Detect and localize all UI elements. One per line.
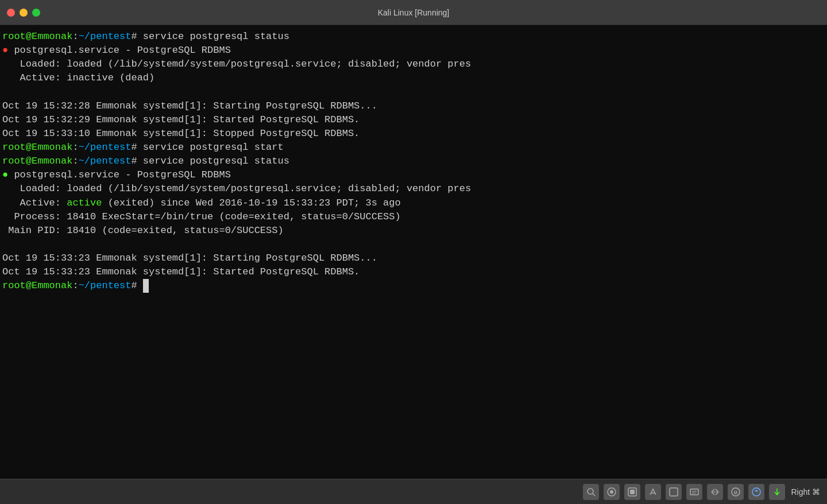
prompt-path: ~/pentest xyxy=(79,280,132,291)
svg-point-0 xyxy=(588,489,593,494)
minimize-button[interactable] xyxy=(20,9,28,17)
statusbar-icon-10[interactable] xyxy=(769,484,785,500)
svg-line-1 xyxy=(593,494,595,496)
terminal-line: ● postgresql.service - PostgreSQL RDBMS xyxy=(2,168,825,182)
svg-rect-8 xyxy=(690,489,698,495)
terminal-line: Oct 19 15:33:10 Emmonak systemd[1]: Stop… xyxy=(2,127,825,141)
statusbar-icon-3[interactable] xyxy=(624,484,640,500)
svg-text:U: U xyxy=(735,490,737,496)
window-controls xyxy=(7,9,40,17)
statusbar-icon-9[interactable] xyxy=(748,484,764,500)
prompt-path: ~/pentest xyxy=(79,142,132,153)
status-dot-active: ● xyxy=(2,169,8,180)
svg-point-3 xyxy=(610,490,613,494)
terminal-line: Loaded: loaded (/lib/systemd/system/post… xyxy=(2,182,825,196)
close-button[interactable] xyxy=(7,9,15,17)
terminal-line: Loaded: loaded (/lib/systemd/system/post… xyxy=(2,57,825,71)
terminal-line xyxy=(2,86,825,99)
statusbar: U Right ⌘ xyxy=(0,479,827,504)
titlebar: Kali Linux [Running] xyxy=(0,0,827,25)
terminal-line: Main PID: 18410 (code=exited, status=0/S… xyxy=(2,224,825,238)
prompt-user: root@Emmonak xyxy=(2,142,72,153)
terminal-line: Oct 19 15:33:23 Emmonak systemd[1]: Star… xyxy=(2,265,825,279)
terminal-line: Oct 19 15:33:23 Emmonak systemd[1]: Star… xyxy=(2,251,825,265)
statusbar-icons: U xyxy=(583,484,785,500)
terminal-line[interactable]: root@Emmonak:~/pentest# xyxy=(2,279,825,293)
svg-rect-7 xyxy=(670,488,678,496)
terminal-cursor xyxy=(143,279,149,293)
statusbar-icon-2[interactable] xyxy=(604,484,620,500)
status-inactive: inactive xyxy=(67,72,114,83)
prompt-path: ~/pentest xyxy=(79,31,132,42)
statusbar-right-label: Right ⌘ xyxy=(791,487,820,497)
statusbar-icon-4[interactable] xyxy=(645,484,661,500)
terminal-line: Oct 19 15:32:28 Emmonak systemd[1]: Star… xyxy=(2,99,825,113)
statusbar-icon-1[interactable] xyxy=(583,484,599,500)
terminal-area[interactable]: root@Emmonak:~/pentest# service postgres… xyxy=(0,25,827,479)
prompt-user: root@Emmonak xyxy=(2,31,72,42)
prompt-path: ~/pentest xyxy=(79,156,132,166)
prompt-user: root@Emmonak xyxy=(2,156,72,166)
maximize-button[interactable] xyxy=(32,9,40,17)
terminal-line xyxy=(2,238,825,251)
terminal-line: root@Emmonak:~/pentest# service postgres… xyxy=(2,141,825,154)
svg-rect-5 xyxy=(630,490,635,494)
terminal-line: ● postgresql.service - PostgreSQL RDBMS xyxy=(2,44,825,57)
statusbar-icon-7[interactable] xyxy=(707,484,723,500)
terminal-line: root@Emmonak:~/pentest# service postgres… xyxy=(2,154,825,168)
terminal-line: Active: active (exited) since Wed 2016-1… xyxy=(2,196,825,210)
window-title: Kali Linux [Running] xyxy=(378,8,450,17)
statusbar-icon-6[interactable] xyxy=(686,484,702,500)
svg-point-14 xyxy=(752,488,760,496)
statusbar-icon-5[interactable] xyxy=(666,484,682,500)
status-active: active xyxy=(67,197,102,208)
prompt-user: root@Emmonak xyxy=(2,280,72,291)
status-dot-inactive: ● xyxy=(2,45,8,56)
terminal-line: root@Emmonak:~/pentest# service postgres… xyxy=(2,30,825,44)
terminal-line: Process: 18410 ExecStart=/bin/true (code… xyxy=(2,210,825,224)
terminal-line: Active: inactive (dead) xyxy=(2,71,825,85)
statusbar-icon-8[interactable]: U xyxy=(728,484,744,500)
terminal-line: Oct 19 15:32:29 Emmonak systemd[1]: Star… xyxy=(2,113,825,127)
